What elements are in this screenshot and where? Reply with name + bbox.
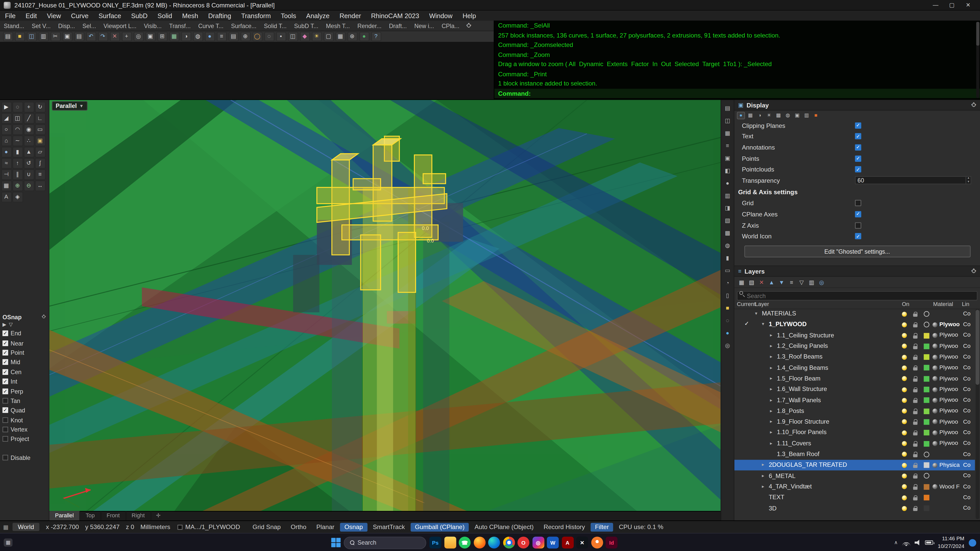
osnap-option[interactable]: Point [0,348,49,357]
layer-expand-arrow[interactable]: ▸ [770,430,772,435]
block-icon[interactable]: ◈ [12,191,23,202]
taskbar-app-blender[interactable] [591,537,603,549]
filter-icon[interactable]: ▽ [797,278,806,286]
text-icon[interactable]: A [1,191,12,202]
lock-icon[interactable]: ▪ [276,32,286,41]
osnap-checkbox[interactable] [3,330,8,336]
panel-tab-icon[interactable]: ▦ [723,129,732,138]
menu-item[interactable]: View [42,11,66,21]
osnap-option[interactable]: Vertex [0,425,49,434]
layer-row[interactable]: ▾ MATERIALS Co [734,308,975,319]
menu-item[interactable]: File [0,11,21,21]
menu-item[interactable]: Solid [153,11,177,21]
layer-row[interactable]: 1.3_Beam Roof Co [734,449,975,460]
layer-lock-icon[interactable] [913,314,918,317]
layer-lock-icon[interactable] [913,378,918,381]
toolbar-tab[interactable]: Viewport L... [100,21,140,31]
panel-tab-icon[interactable]: ◌ [723,316,732,325]
pan-icon[interactable]: + [121,32,132,41]
menu-item[interactable]: SubD [126,11,153,21]
layer-linetype[interactable]: Co [963,440,970,446]
osnap-checkbox[interactable] [3,340,8,346]
join-icon[interactable]: ∪ [24,169,34,179]
toolbar-tab[interactable]: Disp... [54,21,79,31]
tray-chevron-icon[interactable]: ∧ [894,540,898,545]
grid-tab[interactable]: ▦ [746,111,754,119]
osnap-checkbox[interactable] [3,379,8,384]
array-icon[interactable]: ▦ [1,180,12,191]
cylinder-icon[interactable]: ▮ [12,146,23,157]
layer-row[interactable]: ▸ 1.10_Floor Panels Plywoo Co [734,427,975,438]
osnap-option[interactable]: Mid [0,357,49,367]
osnap-gear-icon[interactable] [41,314,46,319]
taskbar-app-acrobat[interactable]: A [562,537,574,549]
grid-option-checkbox[interactable] [855,211,861,217]
layer-color-chip[interactable] [924,343,929,349]
layer-lock-icon[interactable] [913,443,918,446]
viewport-title-dropdown[interactable]: Parallel ▼ [52,101,87,111]
layer-expand-arrow[interactable]: ▸ [770,408,772,413]
render-tab[interactable]: ■ [812,111,820,119]
status-toggle[interactable]: Osnap [340,523,367,531]
status-toggle[interactable]: Planar [312,523,339,531]
layer-lock-icon[interactable] [913,422,918,425]
layer-color-chip[interactable] [924,376,929,381]
rectangle-icon[interactable]: ▭ [35,124,45,135]
layer-lock-icon[interactable] [913,497,918,500]
units-label[interactable]: Millimeters [140,524,170,530]
delete-icon[interactable]: ✕ [110,32,120,41]
layer-color-chip[interactable] [924,451,929,457]
osnap-option[interactable]: Project [0,434,49,444]
panel-tab-icon[interactable]: ◍ [723,241,732,250]
osnap-disable-checkbox[interactable] [3,455,8,460]
layer-linetype[interactable]: Co [963,332,970,338]
taskbar-app-photoshop[interactable]: Ps [430,537,441,549]
layer-row[interactable]: ▸ 1.8_Posts Plywoo Co [734,406,975,416]
mirror-icon[interactable]: ◫ [12,113,23,124]
arc-icon[interactable]: ◠ [12,124,23,135]
toolbar-tab[interactable]: Solid T... [260,21,290,31]
menu-item[interactable]: Mesh [177,11,203,21]
panel-tab-icon[interactable]: ▭ [723,266,732,275]
layer-row[interactable]: ▸ 1.7_Wall Panels Plywoo Co [734,395,975,406]
layer-linetype[interactable]: Co [963,343,970,349]
layer-color-chip[interactable] [924,473,929,479]
column-material[interactable]: Material [933,301,953,307]
layer-expand-arrow[interactable]: ▾ [755,311,757,316]
layer-lock-icon[interactable] [913,476,918,479]
viewport-tab[interactable]: Right [126,511,151,520]
layer-material[interactable]: Plywoo [939,375,963,381]
redo-icon[interactable]: ↷ [98,32,108,41]
cut-icon[interactable]: ✂ [50,32,60,41]
osnap-checkbox[interactable] [3,369,8,375]
layer-visibility-bulb-icon[interactable] [902,441,907,446]
panel-tab-icon[interactable]: ▮ [723,253,732,263]
osnap-checkbox[interactable] [3,388,8,394]
command-scrollbar[interactable] [976,22,979,98]
layer-lock-icon[interactable] [913,411,918,414]
circle-icon[interactable]: ○ [1,124,12,135]
panel-tab-icon[interactable]: ◨ [723,203,732,213]
layers-icon[interactable]: ≡ [216,32,226,41]
layer-lock-icon[interactable] [913,486,918,489]
boolean-union-icon[interactable]: ⊕ [12,180,23,191]
layer-lock-icon[interactable] [913,389,918,392]
layer-visibility-bulb-icon[interactable] [902,419,907,425]
layer-visibility-bulb-icon[interactable] [902,376,907,381]
panel-tab-icon[interactable]: ≡ [723,141,732,150]
layer-linetype[interactable]: Co [963,472,970,478]
toolbar-tab[interactable]: Set V... [28,21,55,31]
osnap-option[interactable]: Near [0,338,49,348]
sweep-icon[interactable]: ∫ [35,158,45,168]
hatch-tab[interactable]: ▩ [774,111,783,119]
osnap-checkbox[interactable] [3,398,8,403]
edit-ghosted-settings-button[interactable]: Edit "Ghosted" settings... [744,246,970,257]
layer-visibility-bulb-icon[interactable] [902,506,907,511]
hide-icon[interactable]: ◌ [264,32,274,41]
close-button[interactable]: ✕ [960,0,977,10]
viewport-tab[interactable]: Top [80,511,101,520]
menu-item[interactable]: Render [334,11,366,21]
layer-linetype[interactable]: Co [963,429,970,435]
taskbar-search[interactable]: Search [344,536,426,549]
layer-color-chip[interactable] [924,506,929,511]
